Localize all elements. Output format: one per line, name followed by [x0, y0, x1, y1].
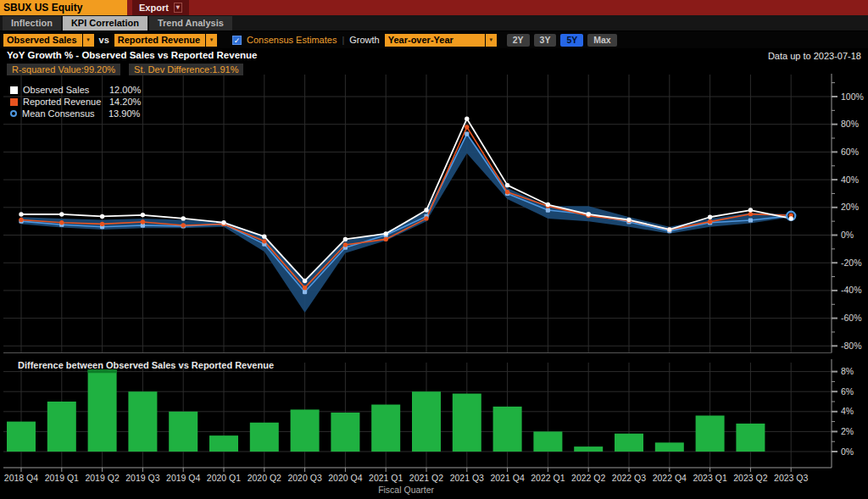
export-label: Export: [139, 1, 169, 14]
marker-reported-revenue: [19, 218, 23, 222]
kpi2-caret-icon[interactable]: ▾: [206, 34, 217, 47]
marker-observed-sales: [181, 216, 186, 220]
range-button-5y[interactable]: 5Y: [560, 34, 583, 47]
y-tick-label: 6%: [841, 386, 854, 396]
y-tick-label: -40%: [841, 285, 862, 295]
marker-observed-sales: [465, 116, 469, 120]
marker-reported-revenue: [181, 223, 186, 227]
x-tick-label: 2020 Q3: [287, 473, 321, 483]
marker-observed-sales: [708, 215, 712, 219]
marker-observed-sales: [19, 212, 23, 216]
y-tick-label: 8%: [841, 366, 854, 376]
marker-reported-revenue: [343, 242, 348, 247]
x-tick-label: 2023 Q1: [693, 473, 726, 483]
legend-value: 12.00%: [109, 85, 141, 95]
y-tick-label: 20%: [841, 202, 859, 212]
data-as-of-note: Data up to 2023-07-18: [768, 51, 861, 61]
legend-item: Reported Revenue14.20%: [10, 96, 141, 108]
tab-inflection[interactable]: Inflection: [3, 16, 61, 30]
range-button-3y[interactable]: 3Y: [534, 34, 557, 47]
kpi1-dropdown[interactable]: Observed Sales ▾: [3, 34, 94, 47]
marker-observed-sales: [100, 214, 104, 219]
y-tick-label: 40%: [841, 175, 859, 185]
marker-observed-sales: [626, 218, 631, 222]
marker-observed-sales: [587, 212, 591, 216]
growth-caret-icon[interactable]: ▾: [486, 34, 497, 47]
legend-value: 14.20%: [109, 97, 141, 107]
y-tick-label: 100%: [841, 91, 864, 102]
kpi1-value: Observed Sales: [3, 34, 82, 47]
consensus-checkbox[interactable]: ✓: [232, 36, 242, 45]
bar-2019-q3: [128, 391, 157, 452]
marker-observed-sales: [262, 234, 266, 238]
x-tick-label: 2022 Q2: [571, 473, 605, 483]
bar-2021-q1: [371, 405, 400, 452]
marker-observed-sales: [748, 208, 753, 212]
marker-mean-consensus: [546, 208, 550, 212]
growth-value: Year-over-Year: [385, 34, 485, 47]
marker-observed-sales: [343, 237, 348, 241]
marker-mean-consensus: [748, 218, 753, 222]
difference-bar-chart[interactable]: 0%2%4%6%8%2018 Q42019 Q12019 Q22019 Q320…: [0, 356, 868, 499]
marker-mean-consensus: [303, 290, 307, 294]
x-tick-label: 2019 Q2: [85, 473, 119, 483]
kpi1-caret-icon[interactable]: ▾: [83, 34, 94, 47]
marker-observed-sales: [789, 216, 793, 220]
tab-kpi-correlation[interactable]: KPI Correlation: [63, 16, 147, 30]
x-tick-label: 2021 Q1: [369, 473, 403, 483]
x-tick-label: 2021 Q2: [409, 473, 443, 483]
marker-reported-revenue: [708, 219, 712, 224]
marker-mean-consensus: [465, 132, 469, 136]
bar-2020-q3: [291, 409, 320, 452]
range-button-max[interactable]: Max: [587, 34, 616, 47]
legend-label: Observed Sales: [23, 85, 109, 95]
x-tick-label: 2018 Q4: [4, 473, 38, 483]
legend-label: Reported Revenue: [23, 97, 109, 107]
x-tick-label: 2023 Q3: [774, 473, 808, 483]
kpi2-dropdown[interactable]: Reported Revenue ▾: [114, 34, 217, 47]
bar-2022-q3: [615, 434, 643, 452]
y-tick-label: 2%: [841, 426, 854, 436]
chart-title: YoY Growth % - Observed Sales vs Reporte…: [7, 50, 257, 60]
export-caret-icon: ▾: [174, 3, 182, 13]
marker-observed-sales: [667, 227, 671, 231]
vs-label: vs: [99, 35, 109, 45]
growth-label: Growth: [349, 35, 379, 45]
x-tick-label: 2022 Q3: [612, 473, 646, 483]
marker-observed-sales: [221, 220, 225, 225]
controls-divider: |: [342, 35, 344, 45]
consensus-checkbox-label[interactable]: Consensus Estimates: [247, 35, 337, 45]
marker-observed-sales: [303, 279, 307, 283]
bar-2021-q4: [493, 407, 522, 452]
blue-ring-icon: [10, 110, 17, 117]
range-button-2y[interactable]: 2Y: [507, 34, 530, 47]
export-button[interactable]: Export ▾: [132, 0, 189, 15]
y-tick-label: 60%: [841, 147, 859, 157]
difference-chart-title: Difference between Observed Sales vs Rep…: [18, 360, 274, 370]
tab-bar: InflectionKPI CorrelationTrend Analysis: [0, 15, 868, 31]
x-tick-label: 2020 Q2: [248, 473, 281, 483]
marker-observed-sales: [546, 202, 550, 207]
orange-square-icon: [10, 98, 18, 106]
bar-2021-q3: [453, 394, 481, 452]
y-tick-label: 0%: [841, 446, 854, 457]
y-tick-label: -20%: [841, 258, 862, 268]
ticker-field[interactable]: SBUX US Equity: [0, 0, 127, 15]
x-tick-label: 2020 Q1: [207, 473, 241, 483]
line-mean-consensus: [21, 134, 791, 291]
bar-2023-q2: [736, 424, 765, 452]
x-tick-label: 2021 Q4: [490, 473, 524, 483]
marker-reported-revenue: [424, 216, 428, 220]
application-window: SBUX US Equity Export ▾ InflectionKPI Co…: [0, 0, 868, 499]
legend-label: Mean Consensus: [22, 108, 108, 119]
tab-trend-analysis[interactable]: Trend Analysis: [149, 16, 232, 30]
marker-observed-sales: [59, 212, 64, 216]
growth-dropdown[interactable]: Year-over-Year ▾: [385, 34, 497, 47]
white-square-icon: [10, 86, 18, 94]
marker-observed-sales: [141, 213, 145, 217]
bar-2019-q1: [47, 402, 76, 452]
y-tick-label: 80%: [841, 119, 859, 129]
y-tick-label: -60%: [841, 313, 862, 323]
kpi2-value: Reported Revenue: [114, 34, 205, 47]
marker-reported-revenue: [100, 222, 104, 226]
